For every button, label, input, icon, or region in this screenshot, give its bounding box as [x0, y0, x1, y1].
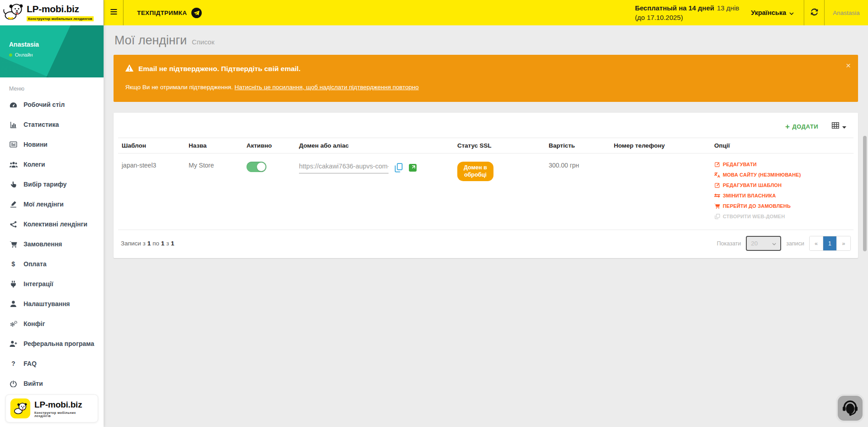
- sidebar-item-colleagues[interactable]: Колеги: [0, 154, 104, 174]
- sidebar-footer-logo[interactable]: LP-mobi.biz Конструктор мобільних лендін…: [5, 394, 98, 422]
- alert-text: Якщо Ви не отримали підтвердження. Натис…: [125, 84, 846, 91]
- scrollbar-thumb[interactable]: [863, 136, 867, 251]
- sidebar-item-orders[interactable]: Замовлення: [0, 234, 104, 254]
- active-toggle[interactable]: [247, 162, 266, 172]
- edit-icon: [714, 162, 720, 167]
- cell-active: [243, 154, 295, 230]
- option-edit[interactable]: РЕДАГУВАТИ: [714, 159, 850, 169]
- exchange-icon: [714, 193, 720, 198]
- table-row: japan-steel3 My Store: [118, 154, 854, 230]
- cell-options: РЕДАГУВАТИ МОВА САЙТУ (НЕЗМІНЮВАНЕ) РЕДА…: [711, 154, 854, 230]
- topbar: ТЕХПІДТРИМКА Бесплатный на 14 дней13 дні…: [104, 0, 868, 25]
- cell-price: 300.00 грн: [545, 154, 610, 230]
- records-info: Записи з 1 по 1 з 1: [121, 240, 174, 247]
- page-title: Мої лендінги: [114, 34, 187, 48]
- landings-table: Шаблон Назва Активно Домен або аліас Ста…: [118, 138, 854, 230]
- option-edit-template[interactable]: РЕДАГУВАТИ ШАБЛОН: [714, 180, 850, 190]
- close-icon[interactable]: ×: [846, 61, 851, 70]
- sidebar-item-my-landings[interactable]: Мої лендінги: [0, 194, 104, 214]
- brand-tagline: Конструктор мобільних лендінгів: [34, 411, 93, 417]
- sidebar-item-collective-landings[interactable]: Колективні лендінги: [0, 214, 104, 234]
- columns-dropdown-button[interactable]: [832, 122, 846, 130]
- question-icon: ?: [9, 360, 18, 367]
- chevron-down-icon: [772, 240, 776, 247]
- sidebar-item-logout[interactable]: Вийти: [0, 374, 104, 391]
- sidebar-username: Anastasia: [9, 41, 95, 48]
- sidebar: LP-mobi.biz Конструктор мобильных лендин…: [0, 0, 104, 427]
- chevron-down-icon: [789, 9, 794, 16]
- next-page-button[interactable]: »: [837, 236, 850, 250]
- option-site-language[interactable]: МОВА САЙТУ (НЕЗМІНЮВАНЕ): [714, 169, 850, 180]
- users-icon: [9, 162, 18, 168]
- refresh-button[interactable]: [804, 0, 825, 25]
- col-name: Назва: [185, 138, 243, 154]
- records-label: записи: [786, 240, 804, 247]
- ssl-status-badge: Домен в обробці: [457, 162, 493, 181]
- cell-ssl-status: Домен в обробці: [454, 154, 545, 230]
- menu-toggle-button[interactable]: [104, 0, 123, 25]
- support-link[interactable]: ТЕХПІДТРИМКА: [137, 8, 202, 18]
- domain-input[interactable]: [299, 162, 389, 173]
- plus-icon: +: [785, 123, 790, 130]
- cart-icon: [714, 203, 720, 209]
- table-header-row: Шаблон Назва Активно Домен або аліас Ста…: [118, 138, 854, 154]
- prev-page-button[interactable]: «: [810, 236, 823, 250]
- sidebar-menu: Меню Робочий стіл Статистика Новини Коле…: [0, 77, 104, 391]
- page-1-button[interactable]: 1: [823, 236, 837, 250]
- cell-domain: [295, 154, 454, 230]
- sidebar-item-news[interactable]: Новини: [0, 134, 104, 154]
- sidebar-item-referral[interactable]: Реферальна програма: [0, 334, 104, 354]
- edit-icon: [714, 182, 720, 188]
- sidebar-item-config[interactable]: Конфіг: [0, 314, 104, 334]
- telegram-icon: [191, 8, 202, 18]
- support-chat-button[interactable]: [838, 396, 863, 421]
- headset-icon: [842, 399, 859, 417]
- dollar-icon: $: [9, 260, 18, 268]
- add-button[interactable]: + ДОДАТИ: [785, 123, 818, 130]
- sidebar-item-settings[interactable]: Налаштування: [0, 294, 104, 314]
- dog-logo-icon: [10, 398, 30, 418]
- copy-icon[interactable]: [394, 163, 403, 173]
- dog-logo-icon: [3, 2, 24, 23]
- sidebar-item-integrations[interactable]: Інтеграції: [0, 274, 104, 294]
- brand-name: LP-mobi.biz: [27, 4, 94, 14]
- language-selector[interactable]: Українська: [751, 9, 794, 16]
- option-go-to-orders[interactable]: ПЕРЕЙТИ ДО ЗАМОВЛЕНЬ: [714, 201, 850, 211]
- sidebar-item-statistics[interactable]: Статистика: [0, 115, 104, 134]
- main-area: ТЕХПІДТРИМКА Бесплатный на 14 дней13 дні…: [104, 0, 868, 427]
- gears-icon: [9, 321, 18, 327]
- sidebar-item-payment[interactable]: $ Оплата: [0, 254, 104, 274]
- refresh-icon: [811, 8, 818, 18]
- sidebar-item-faq[interactable]: ? FAQ: [0, 354, 104, 374]
- menu-section-label: Меню: [0, 80, 104, 95]
- sidebar-item-dashboard[interactable]: Робочий стіл: [0, 95, 104, 115]
- bar-chart-icon: [9, 121, 18, 128]
- brand-name: LP-mobi.biz: [34, 400, 93, 410]
- caret-down-icon: [842, 122, 846, 130]
- sidebar-item-tariff[interactable]: Вибір тарифу: [0, 174, 104, 194]
- page-size-select[interactable]: 20: [746, 236, 781, 251]
- share-icon: [9, 221, 18, 228]
- col-ssl-status: Статус SSL: [454, 138, 545, 154]
- dashboard-icon: [9, 102, 18, 108]
- sidebar-user-panel: Anastasia Онлайн: [0, 25, 104, 77]
- resend-confirmation-link[interactable]: Натисніть це посилання, щоб надіслати пі…: [235, 84, 419, 91]
- option-change-owner[interactable]: ЗМІНИТИ ВЛАСНИКА: [714, 190, 850, 201]
- card-toolbar: + ДОДАТИ: [118, 113, 854, 138]
- user-icon: [9, 301, 18, 307]
- page-subtitle: Список: [192, 38, 214, 46]
- sidebar-logo[interactable]: LP-mobi.biz Конструктор мобильных лендин…: [0, 0, 104, 25]
- user-menu[interactable]: Anastasia: [825, 0, 868, 25]
- cell-template: japan-steel3: [118, 154, 185, 230]
- alert-title: Email не підтверджено. Підтвердіть свій …: [125, 64, 846, 73]
- cell-phone: [610, 154, 711, 230]
- email-alert: × Email не підтверджено. Підтвердіть сві…: [114, 55, 858, 102]
- col-options: Опції: [711, 138, 854, 154]
- external-link-icon[interactable]: [409, 164, 417, 172]
- brand-tagline: Конструктор мобильных лендингов: [27, 16, 94, 21]
- trial-info: Бесплатный на 14 дней13 днів (до 17.10.2…: [635, 3, 740, 22]
- table-grid-icon: [832, 122, 839, 130]
- col-price: Вартість: [545, 138, 610, 154]
- online-status: Онлайн: [9, 52, 95, 58]
- warning-icon: [125, 64, 133, 73]
